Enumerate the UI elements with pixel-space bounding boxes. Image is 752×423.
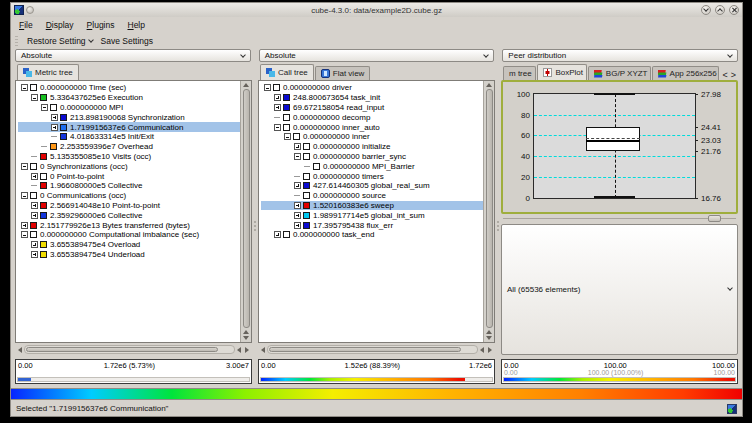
tree-row[interactable]: 1.966080000e5 Collective bbox=[18, 181, 240, 191]
expand-icon[interactable] bbox=[31, 241, 38, 248]
collapse-icon[interactable] bbox=[41, 104, 48, 111]
collapse-icon[interactable] bbox=[21, 163, 28, 170]
close-button[interactable] bbox=[729, 5, 739, 15]
tree-row[interactable]: 2.253559396e7 Overhead bbox=[18, 142, 240, 152]
tree-row[interactable]: 0.000000000 initialize bbox=[261, 142, 483, 152]
scroll-down-icon[interactable] bbox=[243, 336, 249, 340]
scrollbar-thumb[interactable] bbox=[243, 89, 250, 328]
tree-row[interactable]: 0.000000000 driver bbox=[261, 83, 483, 93]
scroll-right-icon[interactable] bbox=[488, 347, 492, 353]
expand-icon[interactable] bbox=[31, 212, 38, 219]
collapse-icon[interactable] bbox=[31, 94, 38, 101]
tab-scroll-right-button[interactable]: > bbox=[731, 70, 736, 80]
expand-icon[interactable] bbox=[294, 222, 301, 229]
tree-row[interactable]: 5.135355085e10 Visits (occ) bbox=[18, 152, 240, 162]
tree-row[interactable]: 0.000000000 Time (sec) bbox=[18, 83, 240, 93]
collapse-icon[interactable] bbox=[21, 231, 28, 238]
tree-row[interactable]: 427.614460305 global_real_sum bbox=[261, 181, 483, 191]
tree-row[interactable]: 0.000000000 decomp bbox=[261, 112, 483, 122]
tab-bgp-xyzt[interactable]: BG/P XYZT bbox=[588, 66, 651, 80]
scroll-down-icon[interactable] bbox=[486, 336, 492, 340]
tab-metric-tree[interactable]: Metric tree bbox=[17, 64, 79, 80]
scrollbar-thumb[interactable] bbox=[26, 347, 218, 352]
tree-row[interactable]: 17.395795438 flux_err bbox=[261, 220, 483, 230]
tree-row[interactable]: 2.566914048e10 Point-to-point bbox=[18, 201, 240, 211]
tree-row[interactable]: 69.672158054 read_input bbox=[261, 103, 483, 113]
metric-mode-combobox[interactable]: Absolute bbox=[15, 49, 251, 62]
tree-row[interactable]: 0.000000000 source bbox=[261, 191, 483, 201]
expand-icon[interactable] bbox=[31, 251, 38, 258]
expand-icon[interactable] bbox=[51, 114, 58, 121]
expand-icon[interactable] bbox=[31, 173, 38, 180]
collapse-icon[interactable] bbox=[264, 84, 271, 91]
tree-row[interactable]: 0.000000000 task_end bbox=[261, 230, 483, 240]
scroll-up-icon[interactable] bbox=[486, 83, 492, 87]
tab-system-tree[interactable]: m tree bbox=[503, 66, 536, 80]
tree-row[interactable]: 0.000000000 inner_auto bbox=[261, 122, 483, 132]
tab-app-256x256[interactable]: App 256x256 bbox=[652, 66, 720, 80]
tree-row[interactable]: 2.359296000e6 Collective bbox=[18, 210, 240, 220]
call-vscrollbar[interactable] bbox=[483, 81, 494, 342]
expand-icon[interactable] bbox=[294, 143, 301, 150]
tab-flat-view[interactable]: Flat view bbox=[315, 66, 371, 80]
tree-row[interactable]: 1.520160383e6 sweep bbox=[261, 201, 483, 211]
scroll-left-icon[interactable] bbox=[261, 347, 265, 353]
expand-icon[interactable] bbox=[294, 182, 301, 189]
tree-row[interactable]: 0 Communications (occ) bbox=[18, 191, 240, 201]
restore-setting-button[interactable]: Restore Setting bbox=[23, 36, 97, 46]
metric-vscrollbar[interactable] bbox=[240, 81, 251, 342]
tab-call-tree[interactable]: Call tree bbox=[260, 64, 314, 80]
collapse-icon[interactable] bbox=[21, 192, 28, 199]
metric-hscrollbar[interactable] bbox=[15, 344, 252, 355]
call-hscrollbar[interactable] bbox=[258, 344, 495, 355]
collapse-icon[interactable] bbox=[294, 153, 301, 160]
menu-plugins[interactable]: Plugins bbox=[87, 20, 115, 30]
system-mode-combobox[interactable]: Peer distribution bbox=[502, 49, 738, 62]
expand-icon[interactable] bbox=[51, 124, 58, 131]
scroll-left-icon[interactable] bbox=[480, 347, 484, 353]
collapse-icon[interactable] bbox=[284, 133, 291, 140]
scroll-right-icon[interactable] bbox=[245, 347, 249, 353]
tree-row[interactable]: 0.000000000 MPI_Barrier bbox=[261, 161, 483, 171]
expand-icon[interactable] bbox=[31, 202, 38, 209]
scroll-up-icon[interactable] bbox=[486, 330, 492, 334]
menu-file[interactable]: File bbox=[19, 20, 33, 30]
expand-icon[interactable] bbox=[294, 202, 301, 209]
menu-help[interactable]: Help bbox=[127, 20, 144, 30]
scrollbar-thumb[interactable] bbox=[269, 347, 461, 352]
tree-row[interactable]: 0.000000000 inner bbox=[261, 132, 483, 142]
expand-icon[interactable] bbox=[294, 212, 301, 219]
tree-row[interactable]: 3.655389475e4 Overload bbox=[18, 240, 240, 250]
maximize-button[interactable] bbox=[715, 5, 725, 15]
tree-row[interactable]: 213.898190068 Synchronization bbox=[18, 112, 240, 122]
expand-icon[interactable] bbox=[274, 94, 281, 101]
menu-display[interactable]: Display bbox=[46, 20, 74, 30]
tree-row[interactable]: 0.000000000 Computational imbalance (sec… bbox=[18, 230, 240, 240]
tree-row[interactable]: 5.336437625e6 Execution bbox=[18, 93, 240, 103]
scroll-left-icon[interactable] bbox=[18, 347, 22, 353]
tree-row[interactable]: 3.655389475e4 Underload bbox=[18, 250, 240, 260]
slider-thumb[interactable] bbox=[708, 215, 721, 222]
tab-boxplot[interactable]: BoxPlot bbox=[537, 64, 586, 80]
collapse-icon[interactable] bbox=[21, 84, 28, 91]
tree-row[interactable]: 0 Point-to-point bbox=[18, 171, 240, 181]
tab-scroll-left-button[interactable]: < bbox=[722, 70, 727, 80]
tree-row[interactable]: 4.018633314e5 Init/Exit bbox=[18, 132, 240, 142]
cube-logo-icon[interactable] bbox=[727, 404, 737, 414]
scroll-up-icon[interactable] bbox=[243, 83, 249, 87]
element-filter-combobox[interactable]: All (65536 elements) bbox=[501, 224, 738, 356]
scroll-left-icon[interactable] bbox=[237, 347, 241, 353]
expand-icon[interactable] bbox=[274, 231, 281, 238]
tree-row[interactable]: 2.151779926e13 Bytes transferred (bytes) bbox=[18, 220, 240, 230]
collapse-icon[interactable] bbox=[274, 124, 281, 131]
tree-row[interactable]: 0.000000000 timers bbox=[261, 171, 483, 181]
scrollbar-thumb[interactable] bbox=[486, 89, 493, 328]
tree-row[interactable]: 0 Synchronizations (occ) bbox=[18, 161, 240, 171]
tree-row[interactable]: 1.989917714e5 global_int_sum bbox=[261, 210, 483, 220]
tree-row[interactable]: 1.719915637e6 Communication bbox=[18, 122, 240, 132]
save-settings-button[interactable]: Save Settings bbox=[97, 36, 157, 46]
minimize-button[interactable] bbox=[701, 5, 711, 15]
tree-row[interactable]: 0.000000000 MPI bbox=[18, 103, 240, 113]
scroll-up-icon[interactable] bbox=[243, 330, 249, 334]
expand-icon[interactable] bbox=[274, 104, 281, 111]
